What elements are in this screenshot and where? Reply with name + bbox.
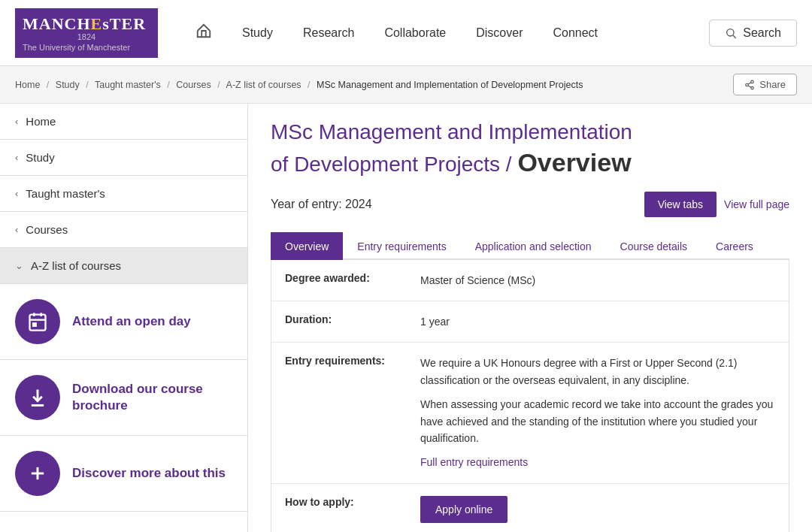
breadcrumb-taught-masters[interactable]: Taught master's <box>95 80 161 90</box>
share-button[interactable]: Share <box>733 74 797 95</box>
brochure-icon-circle <box>15 375 60 420</box>
breadcrumb-sep-5: / <box>308 80 310 90</box>
nav-item-study[interactable]: Study <box>227 19 288 47</box>
degree-label: Degree awarded: <box>285 272 420 284</box>
sidebar-item-label-study: Study <box>26 151 54 164</box>
tab-overview[interactable]: Overview <box>271 232 343 260</box>
svg-line-6 <box>748 82 751 83</box>
duration-value: 1 year <box>420 313 775 330</box>
breadcrumb-sep-1: / <box>47 80 49 90</box>
chevron-left-icon-masters: ‹ <box>15 188 18 199</box>
info-row-entry: Entry requirements: We require a UK Hono… <box>271 343 789 483</box>
open-day-widget[interactable]: Attend an open day <box>0 284 247 360</box>
header: MANCHEsTER 1824 The University of Manche… <box>0 0 812 66</box>
home-icon <box>195 23 212 39</box>
sidebar-item-courses[interactable]: ‹ Courses <box>0 212 247 248</box>
apply-online-button[interactable]: Apply online <box>420 496 508 523</box>
plus-icon <box>27 463 48 484</box>
degree-value: Master of Science (MSc) <box>420 272 775 289</box>
entry-req-value: We require a UK Honours degree with a Fi… <box>420 355 775 470</box>
svg-line-1 <box>733 35 736 38</box>
entry-req-para-1: We require a UK Honours degree with a Fi… <box>420 355 775 388</box>
chevron-left-icon: ‹ <box>15 116 18 127</box>
svg-point-4 <box>751 86 754 89</box>
chevron-down-icon-az: ⌄ <box>15 260 23 271</box>
info-row-degree: Degree awarded: Master of Science (MSc) <box>271 260 789 301</box>
search-button[interactable]: Search <box>709 20 797 47</box>
entry-req-label: Entry requirements: <box>285 355 420 367</box>
breadcrumb-sep-4: / <box>217 80 220 90</box>
page-title-overview: Overview <box>517 148 631 177</box>
open-day-label: Attend an open day <box>72 313 191 330</box>
info-row-apply: How to apply: Apply online <box>271 484 789 532</box>
nav-item-collaborate[interactable]: Collaborate <box>369 19 461 47</box>
view-full-page-link[interactable]: View full page <box>724 198 789 210</box>
search-label: Search <box>743 26 781 40</box>
sidebar-item-label-az: A-Z list of courses <box>31 259 121 272</box>
course-tabs: Overview Entry requirements Application … <box>271 232 789 260</box>
calendar-icon <box>27 311 48 332</box>
breadcrumb-sep-3: / <box>167 80 169 90</box>
full-entry-requirements-link[interactable]: Full entry requirements <box>420 456 528 468</box>
brochure-label: Download our course brochure <box>72 381 232 414</box>
svg-point-3 <box>746 83 749 86</box>
home-nav-button[interactable] <box>180 15 227 50</box>
discover-icon-circle <box>15 451 60 496</box>
tab-application[interactable]: Application and selection <box>461 232 606 260</box>
svg-point-0 <box>727 29 734 35</box>
breadcrumb-sep-2: / <box>86 80 88 90</box>
breadcrumb-home[interactable]: Home <box>15 80 40 90</box>
chevron-left-icon-courses: ‹ <box>15 224 18 235</box>
year-of-entry: Year of entry: 2024 <box>271 198 372 211</box>
svg-rect-11 <box>33 323 36 326</box>
how-to-apply-label: How to apply: <box>285 496 420 508</box>
breadcrumb-az[interactable]: A-Z list of courses <box>226 80 301 90</box>
sidebar-item-label-taught-masters: Taught master's <box>26 187 105 200</box>
discover-label: Discover more about this <box>72 465 226 482</box>
share-icon <box>744 80 755 90</box>
main-nav: Study Research Collaborate Discover Conn… <box>158 15 797 50</box>
discover-widget[interactable]: Discover more about this <box>0 436 247 512</box>
breadcrumb-courses[interactable]: Courses <box>176 80 211 90</box>
content-area: MSc Management and Implementationof Deve… <box>248 104 812 532</box>
year-actions: View tabs View full page <box>644 192 789 217</box>
search-icon <box>725 27 737 39</box>
nav-item-research[interactable]: Research <box>288 19 369 47</box>
sidebar-item-taught-masters[interactable]: ‹ Taught master's <box>0 176 247 212</box>
logo-text: MANCHEsTER <box>23 14 150 34</box>
sidebar-item-home[interactable]: ‹ Home <box>0 104 247 140</box>
nav-item-discover[interactable]: Discover <box>461 19 538 47</box>
breadcrumb-bar: Home / Study / Taught master's / Courses… <box>0 66 812 104</box>
main-layout: ‹ Home ‹ Study ‹ Taught master's ‹ Cours… <box>0 104 812 532</box>
page-title: MSc Management and Implementationof Deve… <box>271 119 789 180</box>
info-table: Degree awarded: Master of Science (MSc) … <box>271 260 789 532</box>
sidebar-item-az-list[interactable]: ⌄ A-Z list of courses <box>0 248 247 284</box>
share-label: Share <box>759 79 786 90</box>
breadcrumb: Home / Study / Taught master's / Courses… <box>15 80 583 90</box>
breadcrumb-current: MSc Management and Implementation of Dev… <box>317 80 583 90</box>
info-row-duration: Duration: 1 year <box>271 301 789 343</box>
how-to-apply-value: Apply online <box>420 496 775 523</box>
tab-entry-requirements[interactable]: Entry requirements <box>343 232 460 260</box>
tab-careers[interactable]: Careers <box>701 232 768 260</box>
tab-course-details[interactable]: Course details <box>606 232 702 260</box>
sidebar-item-label-courses: Courses <box>26 223 68 236</box>
sidebar-item-study[interactable]: ‹ Study <box>0 140 247 176</box>
svg-line-5 <box>748 85 751 86</box>
svg-rect-7 <box>30 315 46 331</box>
view-tabs-button[interactable]: View tabs <box>644 192 717 217</box>
download-icon <box>27 387 48 408</box>
chevron-left-icon-study: ‹ <box>15 152 18 163</box>
nav-item-connect[interactable]: Connect <box>538 19 613 47</box>
entry-req-para-2: When assessing your academic record we t… <box>420 396 775 446</box>
breadcrumb-study[interactable]: Study <box>56 80 80 90</box>
sidebar: ‹ Home ‹ Study ‹ Taught master's ‹ Cours… <box>0 104 248 532</box>
svg-point-2 <box>751 80 754 83</box>
logo[interactable]: MANCHEsTER 1824 The University of Manche… <box>15 8 158 58</box>
logo-subtitle: The University of Manchester <box>23 43 150 52</box>
open-day-icon-circle <box>15 299 60 344</box>
sidebar-item-label-home: Home <box>26 115 56 128</box>
duration-label: Duration: <box>285 313 420 325</box>
brochure-widget[interactable]: Download our course brochure <box>0 360 247 436</box>
year-row: Year of entry: 2024 View tabs View full … <box>271 192 789 217</box>
